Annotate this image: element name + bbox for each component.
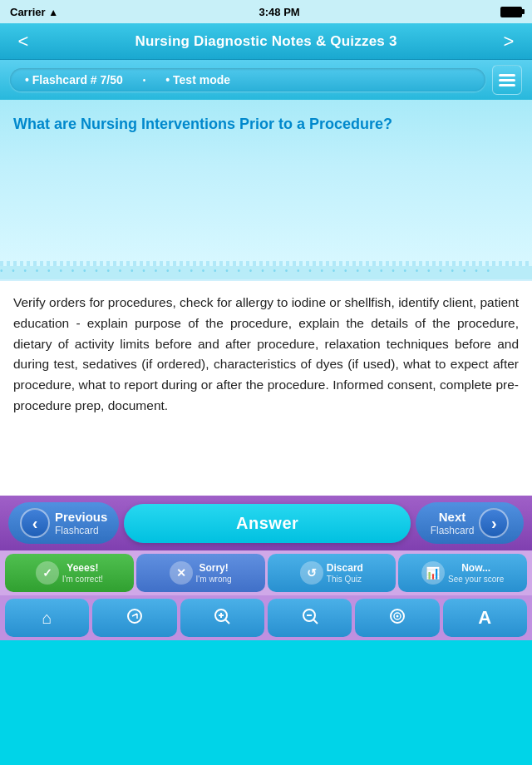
previous-arrow-icon: ‹ (20, 508, 50, 538)
zoom-out-icon (301, 607, 319, 629)
answer-text: Verify orders for procedures, check for … (13, 293, 519, 417)
previous-label: Previous (55, 510, 107, 525)
zoom-out-button[interactable] (268, 599, 352, 637)
wrong-sublabel: I'm wrong (196, 575, 232, 584)
time-label: 3:48 PM (259, 6, 300, 18)
dot-separator (143, 76, 146, 85)
text-icon: A (478, 607, 491, 629)
flashcard-bar: • Flashcard # 7/50 Test mode (0, 60, 532, 100)
discard-icon: ↺ (300, 561, 323, 585)
next-arrow-icon: › (479, 508, 509, 538)
list-icon-button[interactable] (492, 65, 522, 95)
home-icon: ⌂ (42, 609, 52, 628)
correct-icon: ✓ (36, 561, 59, 585)
correct-label: Yeees! (62, 562, 103, 574)
forward-button[interactable]: > (495, 32, 522, 51)
see-score-icon: 📊 (421, 561, 445, 585)
next-sublabel: Flashcard (431, 525, 475, 536)
wifi-icon: ▲ (48, 7, 58, 18)
nav-title: Nursing Diagnostic Notes & Quizzes 3 (37, 33, 495, 50)
flashcard-number: • Flashcard # 7/50 (25, 73, 123, 86)
flashcard-info: • Flashcard # 7/50 Test mode (10, 68, 485, 91)
text-button[interactable]: A (443, 599, 527, 637)
share-icon (126, 608, 143, 629)
question-area: What are Nursing Interventions Prior to … (0, 100, 532, 266)
next-flashcard-button[interactable]: Next Flashcard › (416, 502, 524, 544)
bottom-navigation: ‹ Previous Flashcard Answer Next Flashca… (0, 496, 532, 550)
back-button[interactable]: < (10, 32, 37, 51)
status-bar: Carrier ▲ 3:48 PM (0, 0, 532, 23)
answer-button[interactable]: Answer (124, 504, 411, 543)
zoom-in-button[interactable] (180, 599, 264, 637)
image-button[interactable] (355, 599, 439, 637)
battery-icon (500, 7, 522, 17)
image-icon (388, 607, 406, 629)
wrong-button[interactable]: ✕ Sorry! I'm wrong (136, 554, 265, 592)
mode-label: Test mode (165, 73, 230, 86)
home-button[interactable]: ⌂ (5, 599, 89, 637)
svg-point-0 (128, 610, 141, 623)
correct-sublabel: I'm correct! (62, 575, 103, 584)
battery-indicator (500, 7, 522, 17)
previous-sublabel: Flashcard (55, 525, 107, 536)
list-icon (499, 74, 515, 86)
share-button[interactable] (92, 599, 176, 637)
previous-flashcard-button[interactable]: ‹ Previous Flashcard (8, 502, 119, 544)
svg-line-7 (313, 619, 318, 624)
wrong-icon: ✕ (170, 561, 193, 585)
discard-label: Discard (327, 562, 363, 574)
see-score-button[interactable]: 📊 Now... See your score (398, 554, 527, 592)
see-score-sublabel: See your score (448, 575, 504, 584)
question-text: What are Nursing Interventions Prior to … (13, 113, 519, 135)
carrier-label: Carrier ▲ (10, 6, 58, 18)
discard-sublabel: This Quiz (327, 575, 363, 584)
nav-bar: < Nursing Diagnostic Notes & Quizzes 3 > (0, 23, 532, 60)
answer-area: Verify orders for procedures, check for … (0, 279, 532, 496)
wrong-label: Sorry! (196, 562, 232, 574)
zoom-in-icon (213, 607, 231, 629)
score-row: ✓ Yeees! I'm correct! ✕ Sorry! I'm wrong… (0, 550, 532, 595)
see-score-label: Now... (448, 562, 504, 574)
answer-label: Answer (140, 514, 394, 533)
discard-button[interactable]: ↺ Discard This Quiz (268, 554, 397, 592)
next-label: Next (431, 510, 475, 525)
svg-line-4 (226, 619, 230, 624)
tool-row: ⌂ (0, 595, 532, 640)
svg-point-10 (396, 614, 398, 617)
divider (0, 266, 532, 279)
correct-button[interactable]: ✓ Yeees! I'm correct! (5, 554, 134, 592)
